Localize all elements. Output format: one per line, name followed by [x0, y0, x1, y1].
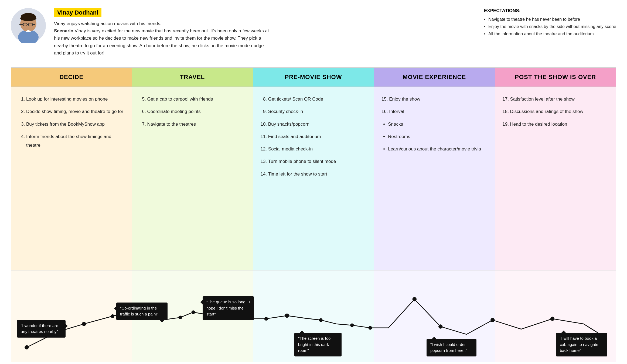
travel-list: Get a cab to carpool with friends Coordi…: [139, 95, 245, 129]
avatar: [11, 8, 46, 44]
dot-3: [82, 322, 86, 326]
movie-item-16: Interval: [389, 107, 487, 116]
svg-point-4: [20, 16, 36, 21]
premovie-item-10: Buy snacks/popcorn: [268, 120, 366, 129]
post-item-18: Discussions and ratings of the show: [510, 107, 608, 116]
post-item-17: Satisfaction level after the show: [510, 95, 608, 104]
phase-col-post: Satisfaction level after the show Discus…: [495, 87, 616, 270]
phase-header-post: POST THE SHOW IS OVER: [495, 68, 616, 87]
movie-bullet-trivia: Learn/curious about the character/movie …: [388, 145, 487, 153]
decide-item-4: Inform friends about the show timings an…: [26, 132, 124, 150]
bubble-premovie-bright: "The screen is too bright in this dark r…: [294, 333, 342, 356]
movie-item-15: Enjoy the show: [389, 95, 487, 104]
movie-bullet-restrooms: Restrooms: [388, 132, 487, 141]
persona-description: Vinay enjoys watching action movies with…: [54, 20, 270, 57]
dot-14: [350, 323, 354, 327]
expectations-title: EXPECTATIONS:: [484, 8, 616, 13]
dot-11: [264, 317, 268, 321]
movie-list: Enjoy the show Interval: [381, 95, 487, 116]
scenario-label: Scenario: [54, 28, 73, 33]
post-item-19: Head to the desired location: [510, 120, 608, 129]
page: Vinay Dodhani Vinay enjoys watching acti…: [0, 0, 627, 364]
phase-col-decide: Look up for interesting movies on phone …: [11, 87, 132, 270]
premovie-item-11: Find seats and auditorium: [268, 132, 366, 141]
decide-item-1: Look up for interesting movies on phone: [26, 95, 124, 104]
dot-1: [25, 345, 29, 349]
travel-item-5: Get a cab to carpool with friends: [147, 95, 245, 104]
scenario-text: Vinay is very excited for the new movie …: [54, 28, 269, 56]
dot-post-2: [550, 317, 554, 321]
expectation-1: Navigate to theatre he has never been to…: [484, 16, 616, 23]
dot-6: [178, 316, 182, 320]
persona-header: Vinay Dodhani Vinay enjoys watching acti…: [11, 8, 616, 57]
travel-item-7: Navigate to the theatres: [147, 120, 245, 129]
dot-7: [192, 310, 195, 314]
phase-header-decide: DECIDE: [11, 68, 132, 87]
travel-item-6: Coordinate meeting points: [147, 107, 245, 116]
phase-col-travel: Get a cab to carpool with friends Coordi…: [132, 87, 253, 270]
bubble-movie-popcorn: "I wish I could order popcorn from here.…: [427, 339, 476, 356]
dot-4: [111, 314, 114, 318]
bubble-premovie-queue: "The queue is so long.. I hope I don't m…: [203, 296, 254, 320]
phase-header-movie: MOVIE EXPERIENCE: [374, 68, 495, 87]
dot-premovie-dip: [369, 326, 372, 330]
dot-movie-high: [413, 297, 417, 301]
dot-13: [319, 318, 323, 322]
premovie-list: Get tickets/ Scan QR Code Security check…: [261, 95, 366, 178]
bubble-travel: "Co-ordinating in the traffic is such a …: [116, 303, 168, 320]
decide-item-3: Buy tickets from the BookMyShow app: [26, 120, 124, 129]
persona-info: Vinay Dodhani Vinay enjoys watching acti…: [54, 8, 270, 57]
expectation-2: Enjoy the movie with snacks by the side …: [484, 23, 616, 30]
emotion-graph-area: "I wonder if there are any theatres near…: [11, 270, 616, 362]
phase-header-travel: TRAVEL: [132, 68, 253, 87]
bubble-post-cab: "I will have to book a cab again to navi…: [556, 333, 607, 356]
premovie-item-12: Social media check-in: [268, 145, 366, 153]
expectations-list: Navigate to theatre he has never been to…: [484, 16, 616, 38]
movie-bullet-snacks: Snacks: [388, 120, 487, 129]
premovie-item-14: Time left for the show to start: [268, 170, 366, 178]
dot-12: [285, 314, 289, 318]
dot-post-1: [490, 318, 495, 322]
movie-bullets: Snacks Restrooms Learn/curious about the…: [381, 120, 487, 154]
phase-headers-row: DECIDE TRAVEL PRE-MOVIE SHOW MOVIE EXPER…: [11, 68, 616, 87]
dot-interval: [438, 324, 442, 328]
decide-item-2: Decide show timing, movie and theatre to…: [26, 107, 124, 116]
premovie-item-13: Turn mobile phone to silent mode: [268, 157, 366, 166]
expectation-3: All the information about the theatre an…: [484, 30, 616, 37]
post-list: Satisfaction level after the show Discus…: [503, 95, 608, 129]
premovie-item-9: Security check-in: [268, 107, 366, 116]
phase-col-movie: Enjoy the show Interval Snacks Restrooms…: [374, 87, 495, 270]
journey-map: DECIDE TRAVEL PRE-MOVIE SHOW MOVIE EXPER…: [11, 67, 616, 362]
phase-content-grid: Look up for interesting movies on phone …: [11, 87, 616, 270]
persona-name: Vinay Dodhani: [54, 8, 101, 17]
expectations-section: EXPECTATIONS: Navigate to theatre he has…: [484, 8, 616, 38]
persona-tagline: Vinay enjoys watching action movies with…: [54, 21, 161, 26]
phase-col-premovie: Get tickets/ Scan QR Code Security check…: [253, 87, 374, 270]
bubble-decide: "I wonder if there are any theatres near…: [17, 320, 66, 338]
decide-list: Look up for interesting movies on phone …: [19, 95, 124, 150]
phase-header-premovie: PRE-MOVIE SHOW: [253, 68, 374, 87]
premovie-item-8: Get tickets/ Scan QR Code: [268, 95, 366, 104]
